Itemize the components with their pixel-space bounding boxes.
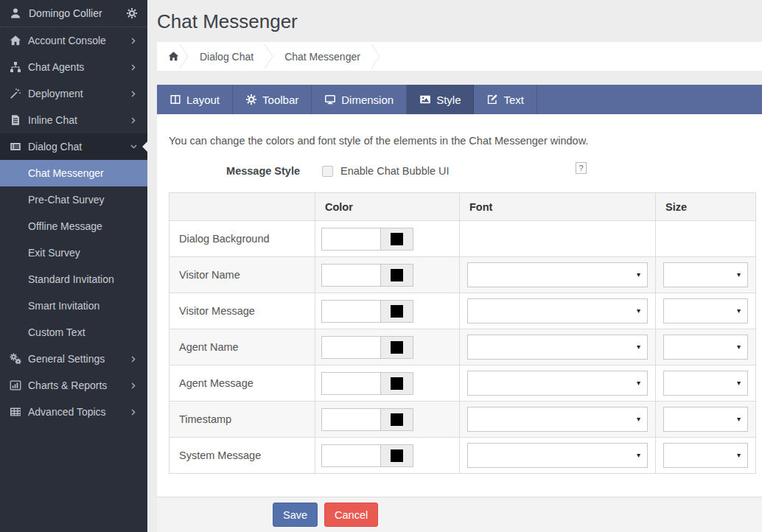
sidebar-subitem-chat-messenger[interactable]: Chat Messenger — [0, 160, 147, 186]
font-select[interactable]: ▾ — [467, 298, 648, 323]
header-element — [169, 193, 315, 221]
color-swatch-button[interactable] — [380, 444, 413, 467]
font-select[interactable]: ▾ — [467, 407, 648, 432]
sidebar-item-label: Inline Chat — [28, 114, 130, 126]
swatch-color — [391, 305, 403, 318]
tab-dimension[interactable]: Dimension — [312, 85, 407, 114]
subitem-label: Offline Message — [28, 220, 102, 232]
table-icon — [10, 406, 21, 418]
table-header-row: Color Font Size — [169, 193, 756, 221]
color-value-input[interactable] — [321, 300, 380, 323]
table-row-visitor-message: Visitor Message ▾ ▾ — [169, 293, 756, 329]
breadcrumb-item-chat-messenger[interactable]: Chat Messenger — [274, 51, 371, 63]
chevron-down-icon: ▾ — [637, 343, 640, 351]
color-swatch-button[interactable] — [380, 228, 413, 251]
sidebar-subitem-standard-invitation[interactable]: Standard Invitation — [0, 266, 147, 293]
style-tab-panel: You can change the colors and font style… — [157, 114, 762, 497]
color-swatch-button[interactable] — [380, 264, 413, 287]
color-value-input[interactable] — [321, 264, 380, 287]
size-select[interactable]: ▾ — [663, 443, 748, 468]
chevron-down-icon: ▾ — [737, 379, 741, 388]
sidebar-item-dialog-chat[interactable]: Dialog Chat — [0, 133, 147, 160]
color-picker — [321, 336, 413, 359]
tab-style[interactable]: Style — [407, 85, 474, 114]
color-swatch-button[interactable] — [380, 300, 413, 323]
enable-chat-bubble-label: Enable Chat Bubble UI — [340, 165, 450, 177]
font-select[interactable]: ▾ — [467, 335, 648, 360]
tab-toolbar[interactable]: Toolbar — [233, 85, 312, 114]
message-style-label: Message Style — [169, 165, 300, 177]
swatch-color — [391, 377, 403, 390]
sidebar-item-advanced-topics[interactable]: Advanced Topics — [0, 399, 147, 425]
breadcrumb-separator — [179, 42, 189, 71]
color-swatch-button[interactable] — [380, 408, 413, 431]
breadcrumb-home-link[interactable] — [168, 51, 179, 62]
font-select[interactable]: ▾ — [467, 262, 648, 287]
table-row-agent-message: Agent Message ▾ ▾ — [169, 365, 756, 402]
row-label: Agent Name — [169, 329, 315, 365]
subitem-label: Smart Invitation — [28, 300, 99, 312]
font-select[interactable]: ▾ — [467, 443, 648, 468]
breadcrumb-separator — [264, 42, 274, 71]
chevron-right-icon — [130, 90, 138, 98]
sidebar-subitem-exit-survey[interactable]: Exit Survey — [0, 239, 147, 266]
row-label: Agent Message — [169, 365, 315, 402]
color-swatch-button[interactable] — [380, 336, 413, 359]
breadcrumb-item-dialog-chat[interactable]: Dialog Chat — [189, 51, 264, 63]
color-swatch-button[interactable] — [380, 372, 413, 395]
magic-wand-icon — [10, 88, 21, 99]
swatch-color — [391, 269, 403, 281]
row-label: Visitor Message — [169, 293, 315, 329]
main-content: Chat Messenger Dialog Chat Chat Messenge… — [147, 0, 762, 532]
size-select[interactable]: ▾ — [663, 298, 748, 323]
color-value-input[interactable] — [321, 408, 380, 431]
sidebar-item-charts-reports[interactable]: Charts & Reports — [0, 372, 147, 399]
sidebar-subitem-pre-chat-survey[interactable]: Pre-Chat Survey — [0, 186, 147, 213]
tab-layout[interactable]: Layout — [157, 85, 233, 114]
sidebar-item-inline-chat[interactable]: Inline Chat — [0, 107, 147, 133]
sidebar-subitem-smart-invitation[interactable]: Smart Invitation — [0, 293, 147, 319]
tab-text[interactable]: Text — [474, 85, 537, 114]
size-select[interactable]: ▾ — [663, 335, 748, 360]
panel-description: You can change the colors and font style… — [169, 135, 756, 147]
chevron-down-icon: ▾ — [637, 270, 640, 279]
header-size: Size — [656, 193, 756, 221]
color-value-input[interactable] — [321, 372, 380, 395]
sitemap-icon — [10, 61, 21, 73]
gear-icon[interactable] — [126, 7, 138, 19]
sidebar-item-account-console[interactable]: Account Console — [0, 27, 147, 54]
sidebar: Domingo Collier Account Console Chat Age… — [0, 0, 147, 532]
user-menu[interactable]: Domingo Collier — [0, 0, 147, 27]
size-select[interactable]: ▾ — [663, 407, 748, 432]
subitem-label: Chat Messenger — [28, 167, 104, 179]
cancel-button[interactable]: Cancel — [324, 503, 378, 527]
list-icon — [10, 141, 21, 153]
size-select[interactable]: ▾ — [663, 371, 748, 396]
sidebar-subitem-custom-text[interactable]: Custom Text — [0, 319, 147, 346]
help-icon[interactable]: ? — [576, 162, 587, 174]
size-select[interactable]: ▾ — [663, 262, 748, 287]
font-select[interactable]: ▾ — [467, 371, 648, 396]
sidebar-item-deployment[interactable]: Deployment — [0, 80, 147, 107]
enable-chat-bubble-checkbox[interactable] — [322, 166, 333, 177]
color-value-input[interactable] — [321, 444, 380, 467]
user-name: Domingo Collier — [29, 7, 126, 19]
chevron-down-icon: ▾ — [737, 307, 741, 315]
chevron-down-icon: ▾ — [737, 270, 741, 279]
chevron-down-icon: ▾ — [637, 451, 640, 460]
active-section-notch — [142, 141, 147, 152]
tab-label: Dimension — [341, 94, 394, 106]
sidebar-item-general-settings[interactable]: General Settings — [0, 346, 147, 372]
color-picker — [321, 372, 413, 395]
color-value-input[interactable] — [321, 336, 380, 359]
color-value-input[interactable] — [321, 228, 380, 251]
save-button[interactable]: Save — [273, 503, 318, 527]
sidebar-item-chat-agents[interactable]: Chat Agents — [0, 54, 147, 80]
message-style-row: Message Style Enable Chat Bubble UI ? — [169, 163, 756, 179]
sidebar-item-label: Chat Agents — [28, 61, 130, 73]
breadcrumb: Dialog Chat Chat Messenger — [157, 42, 762, 71]
chevron-right-icon — [130, 116, 138, 125]
subitem-label: Standard Invitation — [28, 273, 114, 285]
sidebar-subitem-offline-message[interactable]: Offline Message — [0, 213, 147, 239]
row-label: Timestamp — [169, 402, 315, 438]
